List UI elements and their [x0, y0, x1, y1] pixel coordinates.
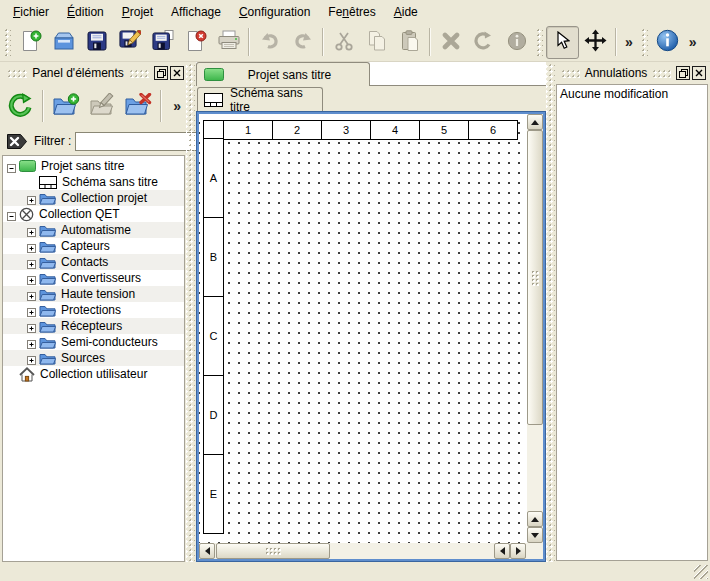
paste-button[interactable]	[393, 26, 426, 59]
float-panel-button[interactable]	[154, 66, 168, 80]
select-arrow-icon	[555, 31, 570, 53]
tree-item-convertisseurs[interactable]: Convertisseurs	[3, 270, 184, 286]
tree-item-collection-projet[interactable]: Collection projet	[3, 190, 184, 206]
new-category-button[interactable]	[50, 89, 82, 123]
tree-item-contacts[interactable]: Contacts	[3, 254, 184, 270]
menu-aide[interactable]: Aide	[385, 2, 427, 22]
new-document-button[interactable]	[14, 26, 47, 59]
properties-button[interactable]	[500, 26, 533, 59]
float-panel-button[interactable]	[676, 66, 690, 80]
tab-schema[interactable]: Schéma sans titre	[197, 87, 323, 112]
menu-fenetres[interactable]: Fenêtres	[319, 2, 384, 22]
left-splitter-handle[interactable]	[186, 63, 195, 562]
expand-expander-icon[interactable]	[27, 226, 36, 235]
collapse-expander-icon[interactable]	[7, 210, 16, 219]
save-icon	[87, 31, 107, 54]
vertical-scroll-thumb[interactable]	[527, 130, 543, 425]
scroll-up-button[interactable]	[527, 114, 543, 130]
edit-item-button[interactable]	[86, 89, 118, 123]
expand-expander-icon[interactable]	[27, 354, 36, 363]
tree-item-recepteurs[interactable]: Récepteurs	[3, 318, 184, 334]
scroll-left-button[interactable]	[199, 543, 215, 559]
save-all-button[interactable]	[146, 26, 179, 59]
pan-tool-button[interactable]	[579, 26, 612, 59]
tree-item-capteurs[interactable]: Capteurs	[3, 238, 184, 254]
save-as-button[interactable]	[113, 26, 146, 59]
diagram-view: 1 2 3 4 5 6 A B C D E	[197, 112, 545, 561]
delete-item-button[interactable]	[122, 89, 154, 123]
toolbar-overflow-button[interactable]: »	[684, 34, 702, 50]
elements-panel-titlebar[interactable]: Panel d'éléments	[2, 63, 186, 83]
tab-project[interactable]: Projet sans titre	[196, 62, 370, 86]
diagram-corner-cell	[203, 120, 224, 140]
print-button[interactable]	[212, 26, 245, 59]
toolbar-handle[interactable]	[4, 28, 11, 56]
delete-button[interactable]	[434, 26, 467, 59]
expand-expander-icon[interactable]	[27, 290, 36, 299]
expand-expander-icon[interactable]	[27, 338, 36, 347]
scroll-down-button[interactable]	[527, 527, 543, 543]
toolbar-separator	[615, 28, 617, 56]
folder-icon	[39, 224, 56, 237]
tree-item-haute-tension[interactable]: Haute tension	[3, 286, 184, 302]
scroll-up-button-2[interactable]	[527, 511, 543, 527]
cut-button[interactable]	[327, 26, 360, 59]
menu-projet[interactable]: Projet	[113, 2, 162, 22]
float-icon	[157, 69, 166, 78]
copy-button[interactable]	[360, 26, 393, 59]
tree-item-collection-qet[interactable]: Collection QET	[3, 206, 184, 222]
tree-item-label: Sources	[61, 351, 105, 365]
expand-expander-icon[interactable]	[27, 194, 36, 203]
reload-collections-button[interactable]	[4, 89, 36, 123]
menu-fichier[interactable]: Fichier	[4, 2, 58, 22]
close-panel-button[interactable]	[692, 66, 706, 80]
expand-expander-icon[interactable]	[27, 306, 36, 315]
redo-icon	[292, 31, 314, 54]
right-splitter-handle[interactable]	[546, 63, 555, 562]
collapse-expander-icon[interactable]	[7, 162, 16, 171]
refresh-icon	[7, 92, 33, 121]
select-tool-button[interactable]	[546, 26, 579, 59]
menu-configuration[interactable]: Configuration	[230, 2, 319, 22]
tree-item-collection-utilisateur[interactable]: Collection utilisateur	[3, 366, 184, 382]
tree-item-label: Semi-conducteurs	[61, 335, 158, 349]
expand-expander-icon[interactable]	[27, 322, 36, 331]
tree-item-sources[interactable]: Sources	[3, 350, 184, 366]
close-panel-button[interactable]	[170, 66, 184, 80]
redo-button[interactable]	[286, 26, 319, 59]
close-document-button[interactable]	[179, 26, 212, 59]
tree-item-project[interactable]: Projet sans titre	[3, 158, 184, 174]
tree-item-label: Collection QET	[39, 207, 120, 221]
scroll-left-button-2[interactable]	[494, 543, 510, 559]
tree-item-semi-conducteurs[interactable]: Semi-conducteurs	[3, 334, 184, 350]
clear-filter-button[interactable]	[5, 133, 28, 150]
tree-item-protections[interactable]: Protections	[3, 302, 184, 318]
open-project-button[interactable]	[47, 26, 80, 59]
titlebar-texture	[561, 69, 580, 78]
menu-affichage[interactable]: Affichage	[162, 2, 230, 22]
tree-item-automatisme[interactable]: Automatisme	[3, 222, 184, 238]
tree-item-schema[interactable]: Schéma sans titre	[3, 174, 184, 190]
undo-list-item[interactable]: Aucune modification	[557, 85, 707, 103]
diagram-canvas[interactable]: 1 2 3 4 5 6 A B C D E	[199, 114, 527, 543]
toolbar-handle[interactable]	[641, 28, 648, 56]
undo-panel-titlebar[interactable]: Annulations	[556, 63, 708, 83]
expand-expander-icon[interactable]	[27, 274, 36, 283]
window-size-grip[interactable]	[694, 565, 708, 579]
info-blue-icon	[656, 29, 679, 55]
scroll-right-button[interactable]	[510, 543, 526, 559]
expand-expander-icon[interactable]	[27, 258, 36, 267]
undo-button[interactable]	[253, 26, 286, 59]
close-icon	[173, 69, 181, 77]
expand-expander-icon[interactable]	[27, 242, 36, 251]
horizontal-scroll-thumb[interactable]	[216, 543, 330, 559]
about-qet-button[interactable]	[651, 26, 684, 59]
menu-edition[interactable]: Édition	[58, 2, 113, 22]
paste-icon	[400, 30, 420, 54]
toolbar-handle[interactable]	[536, 28, 543, 56]
rotate-button[interactable]	[467, 26, 500, 59]
save-button[interactable]	[80, 26, 113, 59]
panel-toolbar-overflow-button[interactable]: »	[168, 98, 186, 114]
qet-collection-icon	[19, 207, 34, 222]
toolbar-overflow-button[interactable]: »	[620, 34, 638, 50]
